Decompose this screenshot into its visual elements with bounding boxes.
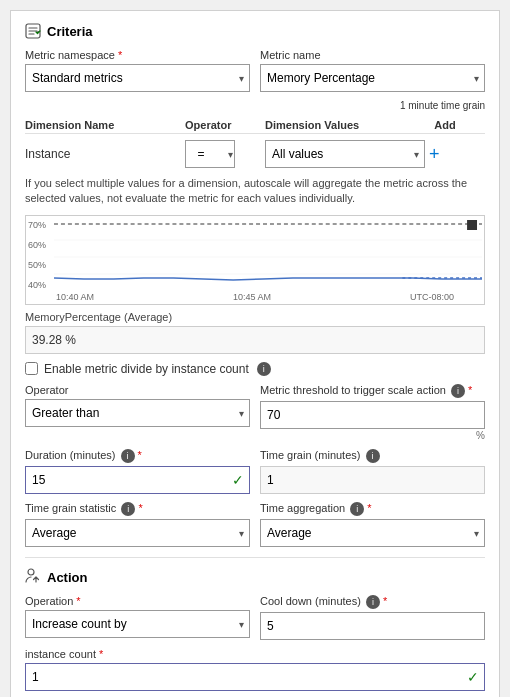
dimension-table-header: Dimension Name Operator Dimension Values… (25, 115, 485, 134)
operator-label: Operator (25, 384, 250, 396)
x-label-utc: UTC-08:00 (410, 292, 454, 302)
chart-svg (54, 220, 482, 292)
x-label-1045: 10:45 AM (233, 292, 271, 302)
operator-threshold-row: Operator Greater than ▾ Metric threshold… (25, 384, 485, 441)
operation-label: Operation (25, 595, 250, 607)
time-grain-label: Time grain (minutes) i (260, 449, 485, 463)
operator-group: Operator Greater than ▾ (25, 384, 250, 441)
instance-count-wrapper: ✓ (25, 663, 485, 691)
svg-rect-2 (467, 220, 477, 230)
chart-y-labels: 70% 60% 50% 40% (28, 220, 46, 290)
operator-cell: = ▾ (185, 140, 265, 168)
cool-down-info-icon[interactable]: i (366, 595, 380, 609)
operator-select[interactable]: = (185, 140, 235, 168)
y-label-40: 40% (28, 280, 46, 290)
operator-select-wrapper: = ▾ (185, 140, 235, 168)
instance-count-input[interactable] (25, 663, 485, 691)
duration-label: Duration (minutes) i (25, 449, 250, 463)
metric-name-group: Metric name Memory Percentage ▾ (260, 49, 485, 92)
duration-info-icon[interactable]: i (121, 449, 135, 463)
time-grain-input[interactable] (260, 466, 485, 494)
criteria-panel: Criteria Metric namespace Standard metri… (10, 10, 500, 697)
col-operator: Operator (185, 119, 265, 131)
operator-select2[interactable]: Greater than (25, 399, 250, 427)
duration-input[interactable] (25, 466, 250, 494)
threshold-input[interactable] (260, 401, 485, 429)
statistic-select[interactable]: Average (25, 519, 250, 547)
duration-timegrain-row: Duration (minutes) i ✓ Time grain (minut… (25, 449, 485, 494)
operation-cooldown-row: Operation Increase count by ▾ Cool down … (25, 595, 485, 640)
duration-group: Duration (minutes) i ✓ (25, 449, 250, 494)
y-label-70: 70% (28, 220, 46, 230)
time-grain-group: Time grain (minutes) i (260, 449, 485, 494)
enable-metric-divide-label: Enable metric divide by instance count (44, 362, 249, 376)
dimension-value-select-wrapper: All values ▾ (265, 140, 425, 168)
metric-chart: 70% 60% 50% 40% 10:40 AM 10:45 AM UTC-08… (25, 215, 485, 305)
aggregation-info-icon[interactable]: i (350, 502, 364, 516)
threshold-group: Metric threshold to trigger scale action… (260, 384, 485, 441)
svg-point-7 (28, 569, 34, 575)
criteria-header: Criteria (25, 23, 485, 39)
cool-down-label: Cool down (minutes) i (260, 595, 485, 609)
duration-check-icon: ✓ (232, 472, 244, 488)
section-divider (25, 557, 485, 558)
col-dimension-values: Dimension Values (265, 119, 425, 131)
time-aggregation-group: Time aggregation i Average ▾ (260, 502, 485, 547)
instance-count-group: instance count ✓ (25, 648, 485, 691)
threshold-info-icon[interactable]: i (451, 384, 465, 398)
cool-down-input[interactable] (260, 612, 485, 640)
instance-count-label: instance count (25, 648, 485, 660)
info-text: If you select multiple values for a dime… (25, 176, 485, 207)
add-dimension-button[interactable]: + (425, 144, 444, 165)
y-label-60: 60% (28, 240, 46, 250)
dimension-value-cell: All values ▾ (265, 140, 425, 168)
metric-row: Metric namespace Standard metrics ▾ Metr… (25, 49, 485, 92)
threshold-label: Metric threshold to trigger scale action… (260, 384, 485, 398)
dimension-row: Instance = ▾ All values ▾ + (25, 138, 485, 170)
col-add: Add (425, 119, 465, 131)
enable-metric-info-icon[interactable]: i (257, 362, 271, 376)
y-label-50: 50% (28, 260, 46, 270)
metric-display-value (25, 326, 485, 354)
operation-group: Operation Increase count by ▾ (25, 595, 250, 640)
time-grain-note: 1 minute time grain (25, 100, 485, 111)
metric-namespace-group: Metric namespace Standard metrics ▾ (25, 49, 250, 92)
metric-namespace-select[interactable]: Standard metrics (25, 64, 250, 92)
criteria-title: Criteria (47, 24, 93, 39)
percent-note: % (260, 430, 485, 441)
x-label-1040: 10:40 AM (56, 292, 94, 302)
operation-select[interactable]: Increase count by (25, 610, 250, 638)
time-grain-statistic-group: Time grain statistic i Average ▾ (25, 502, 250, 547)
cool-down-group: Cool down (minutes) i (260, 595, 485, 640)
statistic-aggregation-row: Time grain statistic i Average ▾ Time ag… (25, 502, 485, 547)
operator-select-wrapper2: Greater than ▾ (25, 399, 250, 427)
duration-input-wrapper: ✓ (25, 466, 250, 494)
instance-count-check-icon: ✓ (467, 669, 479, 685)
time-grain-statistic-label: Time grain statistic i (25, 502, 250, 516)
dimension-name-cell: Instance (25, 147, 185, 161)
dimension-value-select[interactable]: All values (265, 140, 425, 168)
criteria-icon (25, 23, 41, 39)
chart-x-labels: 10:40 AM 10:45 AM UTC-08:00 (56, 292, 454, 302)
statistic-info-icon[interactable]: i (121, 502, 135, 516)
operation-select-wrapper: Increase count by ▾ (25, 610, 250, 638)
time-aggregation-label: Time aggregation i (260, 502, 485, 516)
add-dimension-cell: + (425, 144, 465, 165)
metric-name-select[interactable]: Memory Percentage (260, 64, 485, 92)
metric-display-label: MemoryPercentage (Average) (25, 311, 485, 323)
enable-metric-divide-row: Enable metric divide by instance count i (25, 362, 485, 376)
action-title: Action (47, 570, 87, 585)
metric-name-label: Metric name (260, 49, 485, 61)
metric-namespace-select-wrapper: Standard metrics ▾ (25, 64, 250, 92)
metric-name-select-wrapper: Memory Percentage ▾ (260, 64, 485, 92)
metric-namespace-label: Metric namespace (25, 49, 250, 61)
statistic-select-wrapper: Average ▾ (25, 519, 250, 547)
action-icon (25, 568, 41, 587)
time-grain-info-icon[interactable]: i (366, 449, 380, 463)
aggregation-select[interactable]: Average (260, 519, 485, 547)
action-header: Action (25, 568, 485, 587)
enable-metric-divide-checkbox[interactable] (25, 362, 38, 375)
aggregation-select-wrapper: Average ▾ (260, 519, 485, 547)
col-dimension-name: Dimension Name (25, 119, 185, 131)
